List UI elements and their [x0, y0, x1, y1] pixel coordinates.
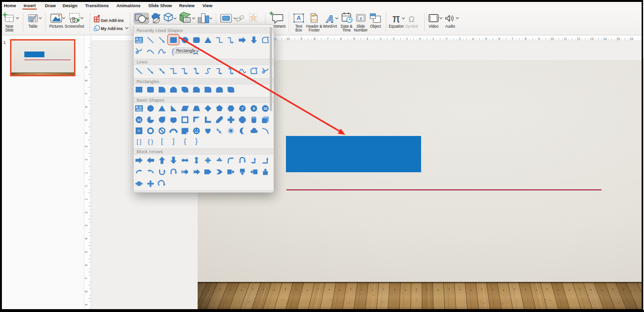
svg-text:6: 6: [340, 37, 342, 41]
svg-text:3: 3: [84, 225, 88, 227]
svg-text:6: 6: [84, 264, 88, 266]
svg-text:A: A: [296, 15, 301, 21]
svg-text:2: 2: [84, 211, 88, 213]
svg-text:[: [: [161, 137, 163, 145]
svg-text:{: {: [184, 137, 186, 145]
svg-text:7: 7: [327, 37, 329, 41]
svg-text:10: 10: [286, 37, 290, 41]
svg-text:13: 13: [590, 37, 594, 41]
svg-text:11: 11: [564, 37, 567, 41]
svg-text:4: 4: [84, 132, 88, 134]
svg-text:9: 9: [300, 37, 302, 41]
svg-text:1: 1: [406, 37, 408, 41]
svg-text:7: 7: [84, 93, 88, 94]
svg-text:4: 4: [84, 238, 88, 239]
svg-text:15: 15: [616, 37, 620, 41]
svg-text:#: #: [359, 16, 362, 21]
svg-text:9: 9: [84, 304, 88, 306]
svg-text:Ω: Ω: [409, 15, 415, 24]
svg-text:A: A: [325, 13, 335, 25]
svg-text:6: 6: [498, 37, 500, 41]
svg-text:8: 8: [314, 37, 316, 41]
svg-text:6: 6: [84, 106, 88, 108]
svg-text:[ ]: [ ]: [137, 138, 141, 145]
svg-text:4: 4: [472, 37, 474, 41]
svg-text:10: 10: [264, 106, 267, 111]
svg-text:8: 8: [84, 80, 88, 82]
svg-text:12: 12: [137, 118, 141, 122]
svg-text:12: 12: [577, 37, 581, 41]
svg-text:7: 7: [242, 106, 243, 111]
svg-text:7: 7: [512, 37, 514, 41]
svg-text:0: 0: [419, 37, 421, 41]
svg-text:1: 1: [84, 198, 88, 200]
svg-text:7: 7: [84, 277, 88, 279]
svg-text:2: 2: [393, 37, 395, 41]
svg-text:4: 4: [367, 37, 369, 41]
svg-text:9: 9: [538, 37, 540, 41]
svg-text:1: 1: [84, 172, 88, 174]
svg-text:5: 5: [353, 37, 355, 41]
svg-text:8: 8: [525, 37, 527, 41]
svg-text:{ }: { }: [148, 138, 153, 145]
svg-text:10: 10: [550, 37, 554, 41]
svg-text:A: A: [136, 37, 138, 41]
svg-text:]: ]: [172, 137, 174, 145]
svg-text:2: 2: [84, 159, 88, 161]
svg-text:3: 3: [459, 37, 461, 41]
svg-text:0: 0: [84, 185, 88, 187]
svg-text:5: 5: [84, 251, 88, 253]
svg-text:5: 5: [485, 37, 487, 41]
svg-text:{: {: [171, 47, 174, 55]
svg-text:5: 5: [84, 119, 88, 121]
svg-text:π: π: [392, 12, 401, 25]
svg-text:1: 1: [433, 37, 434, 41]
svg-text:}: }: [195, 137, 198, 145]
svg-text:3: 3: [84, 146, 88, 147]
svg-text:8: 8: [253, 106, 255, 111]
svg-text:A: A: [136, 105, 138, 109]
svg-text:16: 16: [630, 37, 633, 41]
svg-text:9: 9: [84, 66, 88, 68]
svg-text:3: 3: [380, 37, 381, 41]
svg-text:8: 8: [84, 291, 88, 292]
svg-text:2: 2: [445, 37, 447, 41]
svg-text:14: 14: [603, 37, 607, 41]
